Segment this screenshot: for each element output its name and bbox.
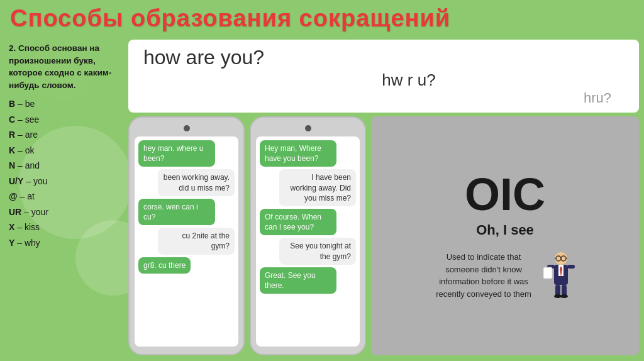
right-area: how are you? hw r u? hru? hey man. where…	[126, 36, 644, 359]
list-item: R – are	[9, 127, 117, 143]
chat-bubble: Of course. When can I see you?	[260, 209, 336, 235]
oic-description: Used to indicate that someone didn't kno…	[433, 251, 534, 300]
chat-bubble: been working away. did u miss me?	[158, 169, 235, 196]
list-item: U/Y – you	[9, 174, 117, 189]
example-line2: hw r u?	[382, 70, 435, 90]
abbr-dash: –	[18, 114, 23, 125]
chat-bubble: Hey man, Where have you been?	[260, 140, 336, 167]
chat-bubble: hey man. where u been?	[138, 140, 215, 167]
abbr-letter: R	[9, 130, 15, 140]
abbr-letter: C	[9, 114, 15, 125]
left-panel: 2. Способ основан на произношении букв, …	[0, 36, 126, 359]
abbr-meaning: be	[25, 99, 35, 109]
description-text: 2. Способ основан на произношении букв, …	[9, 42, 117, 91]
abbr-dash: –	[24, 207, 29, 217]
abbr-meaning: why	[25, 238, 40, 248]
abbr-dash: –	[26, 176, 31, 186]
abbr-meaning: kiss	[25, 222, 40, 232]
abbr-letter: UR	[9, 207, 21, 217]
person-icon	[539, 250, 577, 300]
list-item: @ – at	[9, 189, 117, 204]
abbr-letter: N	[9, 160, 15, 170]
chat-bubble: cu 2nite at the gym?	[158, 228, 235, 254]
chat-bubble: corse. wen can i cu?	[138, 199, 215, 225]
bottom-row: hey man. where u been?been working away.…	[128, 116, 639, 355]
abbr-dash: –	[18, 130, 23, 140]
example-line3: hru?	[584, 90, 611, 106]
abbr-dash: –	[18, 99, 23, 109]
abbr-dash: –	[17, 238, 22, 248]
abbr-letter: X	[9, 222, 14, 232]
abbr-letter: U/Y	[9, 176, 23, 186]
main-content: 2. Способ основан на произношении букв, …	[0, 36, 644, 359]
page-title: Способы образования сокращений	[0, 0, 644, 36]
chat-bubble: See you tonight at the gym?	[279, 238, 356, 264]
oic-card: OIC Oh, I see Used to indicate that some…	[371, 116, 639, 355]
phone-mockup-2: Hey man, Where have you been?I have been…	[250, 116, 366, 355]
abbr-meaning: ok	[25, 145, 35, 155]
svg-rect-11	[543, 267, 552, 279]
abbr-meaning: your	[31, 207, 48, 217]
abbr-dash: –	[18, 160, 23, 170]
abbr-meaning: see	[25, 114, 40, 125]
oic-acronym: OIC	[465, 172, 545, 217]
list-item: B – be	[9, 96, 117, 112]
abbr-meaning: are	[25, 130, 38, 140]
list-item: X – kiss	[9, 219, 117, 235]
example-line1: how are you?	[143, 46, 264, 69]
list-item: N – and	[9, 158, 117, 174]
abbr-meaning: you	[33, 176, 48, 186]
svg-rect-10	[567, 265, 575, 269]
oic-lower: Used to indicate that someone didn't kno…	[433, 250, 577, 300]
list-item: Y – why	[9, 235, 117, 251]
abbr-letter: B	[9, 99, 15, 109]
phone-mockup-1: hey man. where u been?been working away.…	[128, 116, 245, 355]
list-item: K – ok	[9, 143, 117, 158]
abbr-letter: Y	[9, 238, 14, 248]
abbr-letter: @	[9, 191, 18, 201]
oic-meaning: Oh, I see	[476, 222, 534, 238]
abbr-dash: –	[20, 191, 25, 201]
phone-screen-1: hey man. where u been?been working away.…	[135, 136, 238, 347]
phone-camera-1	[184, 125, 190, 131]
chat-bubble: I have been working away. Did you miss m…	[279, 169, 356, 206]
phone-camera-2	[305, 125, 311, 131]
phone-screen-2: Hey man, Where have you been?I have been…	[256, 136, 360, 347]
abbr-letter: K	[9, 145, 15, 155]
abbr-meaning: and	[25, 160, 40, 170]
list-item: C – see	[9, 112, 117, 128]
abbreviation-list: B – beC – seeR – areK – okN – andU/Y – y…	[9, 96, 117, 250]
svg-point-15	[560, 294, 568, 298]
abbr-meaning: at	[27, 191, 35, 201]
abbr-dash: –	[18, 145, 23, 155]
chat-bubble: gr8. cu there	[138, 257, 191, 274]
example-box: how are you? hw r u? hru?	[128, 40, 639, 113]
chat-bubble: Great. See you there.	[260, 267, 336, 294]
abbr-dash: –	[17, 222, 22, 232]
list-item: UR – your	[9, 204, 117, 220]
